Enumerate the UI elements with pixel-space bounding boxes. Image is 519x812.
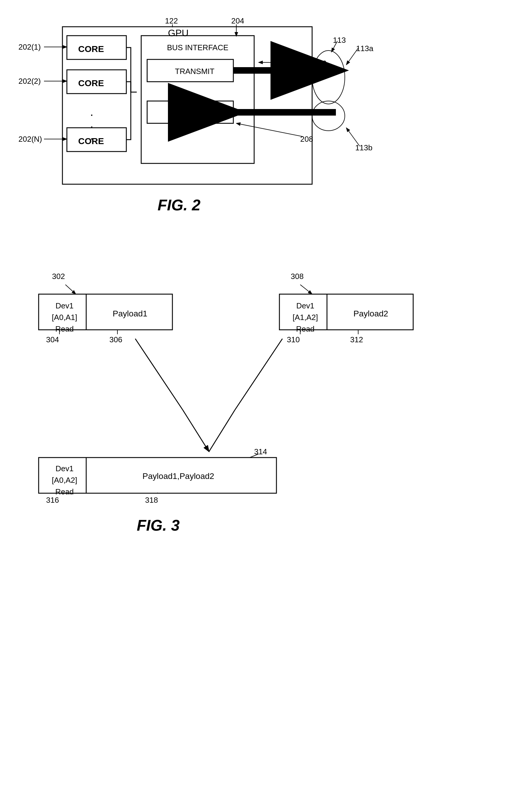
ref-308: 308	[291, 272, 303, 281]
svg-line-26	[65, 285, 76, 294]
ref-316: 316	[46, 496, 59, 505]
packet-right-header: Dev1[A1,A2]Read	[283, 300, 327, 335]
label-202-2: 202(2)	[19, 77, 41, 86]
receive-label: RECEIVE	[162, 108, 230, 117]
ref-312: 312	[350, 335, 363, 344]
packet-right-payload: Payload2	[333, 309, 409, 319]
ref-204: 204	[231, 16, 244, 26]
label-202-n: 202(N)	[19, 135, 42, 144]
svg-point-14	[312, 51, 345, 104]
ref-310: 310	[287, 335, 300, 344]
transmit-label: TRANSMIT	[161, 67, 229, 76]
dots: ···	[90, 109, 93, 144]
fig3-caption: FIG. 3	[137, 516, 180, 534]
packet-left-header: Dev1[A0,A1]Read	[43, 300, 86, 335]
ref-122: 122	[165, 16, 178, 26]
ref-113b: 113b	[355, 143, 373, 152]
ref-113: 113	[333, 36, 346, 45]
ref-206: 206	[313, 59, 326, 68]
svg-line-21	[236, 123, 303, 137]
svg-point-15	[312, 101, 345, 131]
core2-label: CORE	[78, 78, 104, 88]
svg-line-34	[183, 410, 209, 452]
ref-302: 302	[52, 272, 65, 281]
packet-merged-header: Dev1[A0,A2]Read	[43, 463, 86, 498]
page: GPU CORE CORE CORE BUS INTERFACE TRANSMI…	[0, 0, 519, 812]
ref-306: 306	[109, 335, 122, 344]
fig2-caption: FIG. 2	[158, 196, 200, 214]
packet-merged-payload: Payload1,Payload2	[92, 471, 265, 481]
svg-line-35	[209, 410, 235, 452]
ref-113a: 113a	[356, 44, 373, 53]
svg-line-33	[235, 339, 282, 410]
ref-314: 314	[254, 447, 267, 456]
gpu-label: GPU	[168, 28, 188, 39]
ref-318: 318	[145, 496, 158, 505]
label-202-1: 202(1)	[19, 42, 41, 52]
svg-rect-6	[141, 36, 254, 164]
packet-left-payload: Payload1	[92, 309, 168, 319]
ref-208: 208	[300, 135, 313, 144]
svg-line-32	[135, 339, 183, 410]
core1-label: CORE	[78, 44, 104, 54]
ref-304: 304	[46, 335, 59, 344]
bus-interface-label: BUS INTERFACE	[152, 43, 244, 52]
svg-line-27	[300, 285, 312, 294]
